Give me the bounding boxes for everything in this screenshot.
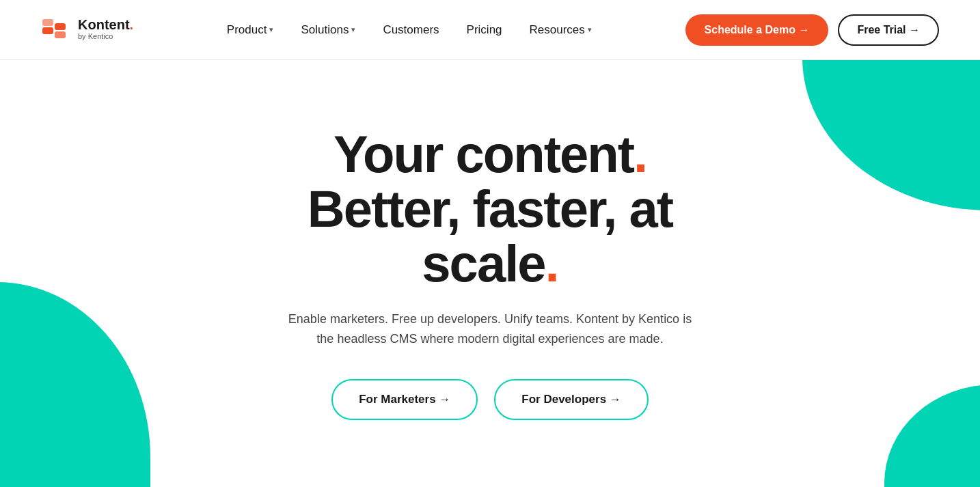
svg-rect-1 <box>42 19 53 26</box>
for-developers-button[interactable]: For Developers → <box>494 379 649 420</box>
hero-buttons: For Marketers → For Developers → <box>244 379 736 420</box>
orange-dot-2: . <box>545 234 558 292</box>
nav-item-pricing[interactable]: Pricing <box>456 18 513 42</box>
nav-links: Product ▾ Solutions ▾ Customers Pricing … <box>216 18 603 42</box>
free-trial-button[interactable]: Free Trial → <box>838 14 939 46</box>
hero-content: Your content. Better, faster, at scale. … <box>230 127 750 420</box>
svg-rect-3 <box>55 31 66 38</box>
for-marketers-button[interactable]: For Marketers → <box>331 379 478 420</box>
navbar: Kontent. by Kentico Product ▾ Solutions … <box>0 0 980 60</box>
brand-dot: . <box>130 17 134 32</box>
blob-left <box>0 282 150 487</box>
brand-name: Kontent. <box>78 18 133 31</box>
chevron-down-icon: ▾ <box>588 25 592 34</box>
chevron-down-icon: ▾ <box>269 25 273 34</box>
nav-actions: Schedule a Demo → Free Trial → <box>685 14 939 46</box>
svg-rect-0 <box>42 27 53 34</box>
blob-bottom-right <box>884 385 980 487</box>
nav-item-customers[interactable]: Customers <box>372 18 450 42</box>
nav-item-resources[interactable]: Resources ▾ <box>519 18 603 42</box>
hero-subtitle: Enable marketers. Free up developers. Un… <box>278 309 702 349</box>
hero-title: Your content. Better, faster, at scale. <box>244 127 736 290</box>
blob-top-right <box>802 60 980 210</box>
hero-section: Your content. Better, faster, at scale. … <box>0 60 980 487</box>
nav-item-solutions[interactable]: Solutions ▾ <box>290 18 366 42</box>
svg-rect-2 <box>55 23 66 30</box>
logo[interactable]: Kontent. by Kentico <box>41 15 133 45</box>
brand-sub: by Kentico <box>78 31 133 41</box>
orange-dot-1: . <box>634 125 646 183</box>
nav-item-product[interactable]: Product ▾ <box>216 18 285 42</box>
logo-icon <box>41 15 71 45</box>
chevron-down-icon: ▾ <box>351 25 355 34</box>
schedule-demo-button[interactable]: Schedule a Demo → <box>685 14 829 46</box>
